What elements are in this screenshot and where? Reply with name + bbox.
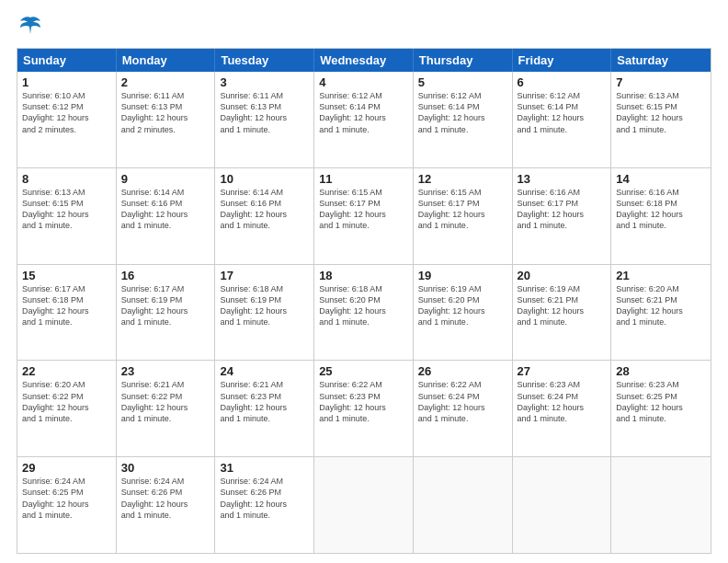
day-info: Sunrise: 6:19 AMSunset: 6:20 PMDaylight:… [418, 283, 507, 328]
calendar-day-14: 14Sunrise: 6:16 AMSunset: 6:18 PMDayligh… [611, 168, 711, 264]
calendar-day-22: 22Sunrise: 6:20 AMSunset: 6:22 PMDayligh… [17, 361, 117, 456]
day-number: 29 [22, 461, 111, 475]
day-info: Sunrise: 6:23 AMSunset: 6:24 PMDaylight:… [518, 379, 607, 424]
calendar-empty-cell [414, 457, 513, 553]
day-number: 18 [319, 269, 408, 282]
calendar-day-17: 17Sunrise: 6:18 AMSunset: 6:19 PMDayligh… [215, 265, 314, 361]
calendar-day-18: 18Sunrise: 6:18 AMSunset: 6:20 PMDayligh… [314, 265, 414, 361]
day-number: 10 [220, 172, 309, 186]
calendar-day-12: 12Sunrise: 6:15 AMSunset: 6:17 PMDayligh… [414, 168, 513, 264]
calendar-day-4: 4Sunrise: 6:12 AMSunset: 6:14 PMDaylight… [314, 72, 414, 167]
day-number: 11 [319, 172, 408, 186]
day-info: Sunrise: 6:12 AMSunset: 6:14 PMDaylight:… [319, 90, 408, 135]
day-info: Sunrise: 6:21 AMSunset: 6:23 PMDaylight:… [220, 379, 309, 424]
day-info: Sunrise: 6:12 AMSunset: 6:14 PMDaylight:… [418, 90, 507, 135]
day-info: Sunrise: 6:18 AMSunset: 6:19 PMDaylight:… [220, 283, 309, 328]
calendar-day-16: 16Sunrise: 6:17 AMSunset: 6:19 PMDayligh… [117, 265, 216, 361]
day-number: 21 [616, 269, 706, 282]
day-info: Sunrise: 6:20 AMSunset: 6:22 PMDaylight:… [22, 379, 111, 424]
day-info: Sunrise: 6:21 AMSunset: 6:22 PMDaylight:… [121, 379, 210, 424]
calendar-day-15: 15Sunrise: 6:17 AMSunset: 6:18 PMDayligh… [17, 265, 117, 361]
calendar-header: SundayMondayTuesdayWednesdayThursdayFrid… [17, 49, 711, 72]
day-header-monday: Monday [117, 49, 216, 72]
day-number: 17 [220, 269, 309, 282]
calendar-day-21: 21Sunrise: 6:20 AMSunset: 6:21 PMDayligh… [611, 265, 711, 361]
day-number: 30 [121, 461, 210, 475]
calendar-week-2: 8Sunrise: 6:13 AMSunset: 6:15 PMDaylight… [17, 167, 711, 264]
calendar-day-6: 6Sunrise: 6:12 AMSunset: 6:14 PMDaylight… [513, 72, 612, 167]
day-info: Sunrise: 6:16 AMSunset: 6:17 PMDaylight:… [518, 187, 607, 232]
day-info: Sunrise: 6:24 AMSunset: 6:25 PMDaylight:… [22, 476, 111, 521]
day-info: Sunrise: 6:10 AMSunset: 6:12 PMDaylight:… [22, 90, 111, 135]
calendar-day-5: 5Sunrise: 6:12 AMSunset: 6:14 PMDaylight… [414, 72, 513, 167]
calendar-day-28: 28Sunrise: 6:23 AMSunset: 6:25 PMDayligh… [611, 361, 711, 456]
calendar-day-29: 29Sunrise: 6:24 AMSunset: 6:25 PMDayligh… [17, 457, 117, 553]
calendar-day-23: 23Sunrise: 6:21 AMSunset: 6:22 PMDayligh… [117, 361, 216, 456]
day-number: 8 [22, 172, 111, 186]
calendar-day-24: 24Sunrise: 6:21 AMSunset: 6:23 PMDayligh… [215, 361, 314, 456]
day-number: 9 [121, 172, 210, 186]
day-header-saturday: Saturday [611, 49, 711, 72]
page: SundayMondayTuesdayWednesdayThursdayFrid… [0, 0, 728, 563]
calendar-day-13: 13Sunrise: 6:16 AMSunset: 6:17 PMDayligh… [513, 168, 612, 264]
day-number: 25 [319, 364, 408, 378]
day-info: Sunrise: 6:24 AMSunset: 6:26 PMDaylight:… [121, 476, 210, 521]
calendar-day-8: 8Sunrise: 6:13 AMSunset: 6:15 PMDaylight… [17, 168, 117, 264]
calendar-week-4: 22Sunrise: 6:20 AMSunset: 6:22 PMDayligh… [17, 360, 711, 456]
day-info: Sunrise: 6:16 AMSunset: 6:18 PMDaylight:… [616, 187, 706, 232]
calendar-week-3: 15Sunrise: 6:17 AMSunset: 6:18 PMDayligh… [17, 264, 711, 361]
day-number: 12 [418, 172, 507, 186]
day-number: 27 [518, 364, 607, 378]
calendar-day-31: 31Sunrise: 6:24 AMSunset: 6:26 PMDayligh… [215, 457, 314, 553]
calendar-week-1: 1Sunrise: 6:10 AMSunset: 6:12 PMDaylight… [17, 72, 711, 167]
day-info: Sunrise: 6:18 AMSunset: 6:20 PMDaylight:… [319, 283, 408, 328]
day-number: 6 [518, 75, 607, 89]
calendar-day-27: 27Sunrise: 6:23 AMSunset: 6:24 PMDayligh… [513, 361, 612, 456]
day-info: Sunrise: 6:19 AMSunset: 6:21 PMDaylight:… [518, 283, 607, 328]
day-number: 31 [220, 461, 309, 475]
day-info: Sunrise: 6:24 AMSunset: 6:26 PMDaylight:… [220, 476, 309, 521]
day-info: Sunrise: 6:11 AMSunset: 6:13 PMDaylight:… [220, 90, 309, 135]
day-number: 26 [418, 364, 507, 378]
day-info: Sunrise: 6:13 AMSunset: 6:15 PMDaylight:… [616, 90, 706, 135]
day-header-thursday: Thursday [414, 49, 513, 72]
calendar-body: 1Sunrise: 6:10 AMSunset: 6:12 PMDaylight… [17, 72, 711, 553]
day-number: 14 [616, 172, 706, 186]
calendar-day-26: 26Sunrise: 6:22 AMSunset: 6:24 PMDayligh… [414, 361, 513, 456]
calendar-day-20: 20Sunrise: 6:19 AMSunset: 6:21 PMDayligh… [513, 265, 612, 361]
calendar-empty-cell [513, 457, 612, 553]
logo-bird-icon [18, 16, 42, 36]
calendar-week-5: 29Sunrise: 6:24 AMSunset: 6:25 PMDayligh… [17, 456, 711, 553]
day-header-sunday: Sunday [17, 49, 117, 72]
calendar-day-30: 30Sunrise: 6:24 AMSunset: 6:26 PMDayligh… [117, 457, 216, 553]
calendar-day-19: 19Sunrise: 6:19 AMSunset: 6:20 PMDayligh… [414, 265, 513, 361]
day-info: Sunrise: 6:14 AMSunset: 6:16 PMDaylight:… [220, 187, 309, 232]
calendar-day-11: 11Sunrise: 6:15 AMSunset: 6:17 PMDayligh… [314, 168, 414, 264]
day-number: 7 [616, 75, 706, 89]
day-info: Sunrise: 6:13 AMSunset: 6:15 PMDaylight:… [22, 187, 111, 232]
day-info: Sunrise: 6:23 AMSunset: 6:25 PMDaylight:… [616, 379, 706, 424]
header [17, 17, 711, 39]
day-info: Sunrise: 6:17 AMSunset: 6:19 PMDaylight:… [121, 283, 210, 328]
day-info: Sunrise: 6:15 AMSunset: 6:17 PMDaylight:… [418, 187, 507, 232]
calendar: SundayMondayTuesdayWednesdayThursdayFrid… [17, 48, 711, 554]
day-header-friday: Friday [513, 49, 612, 72]
day-number: 20 [518, 269, 607, 282]
day-header-tuesday: Tuesday [215, 49, 314, 72]
day-info: Sunrise: 6:11 AMSunset: 6:13 PMDaylight:… [121, 90, 210, 135]
day-number: 24 [220, 364, 309, 378]
day-number: 2 [121, 75, 210, 89]
day-number: 4 [319, 75, 408, 89]
day-info: Sunrise: 6:14 AMSunset: 6:16 PMDaylight:… [121, 187, 210, 232]
day-number: 22 [22, 364, 111, 378]
day-info: Sunrise: 6:20 AMSunset: 6:21 PMDaylight:… [616, 283, 706, 328]
day-number: 3 [220, 75, 309, 89]
day-info: Sunrise: 6:15 AMSunset: 6:17 PMDaylight:… [319, 187, 408, 232]
day-header-wednesday: Wednesday [314, 49, 414, 72]
calendar-day-25: 25Sunrise: 6:22 AMSunset: 6:23 PMDayligh… [314, 361, 414, 456]
day-number: 23 [121, 364, 210, 378]
day-info: Sunrise: 6:22 AMSunset: 6:24 PMDaylight:… [418, 379, 507, 424]
calendar-day-9: 9Sunrise: 6:14 AMSunset: 6:16 PMDaylight… [117, 168, 216, 264]
calendar-day-1: 1Sunrise: 6:10 AMSunset: 6:12 PMDaylight… [17, 72, 117, 167]
calendar-day-2: 2Sunrise: 6:11 AMSunset: 6:13 PMDaylight… [117, 72, 216, 167]
